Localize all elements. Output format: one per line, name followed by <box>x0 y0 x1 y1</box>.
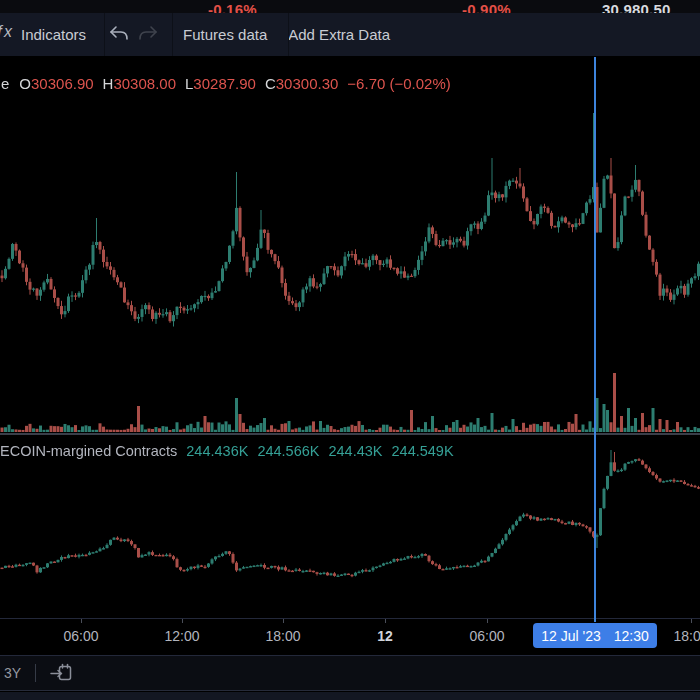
time-axis-tick <box>691 619 692 623</box>
indicators-label: Indicators <box>21 26 86 43</box>
indicators-button[interactable]: Indicators <box>21 26 86 43</box>
open-interest-value: 244.566K <box>257 443 319 459</box>
trading-chart-window: -0.16%-0.90%30,980.50 ƒx Indicators Futu… <box>0 0 700 700</box>
toolbar-separator <box>288 13 289 56</box>
high-label: H <box>103 75 114 92</box>
open-interest-values: 244.436K244.566K244.43K244.549K <box>177 443 453 459</box>
time-axis-tick <box>283 619 284 623</box>
time-axis[interactable]: 12 Jul '23 12:30 06:0012:0018:001206:001… <box>0 618 700 656</box>
add-extra-data-label: Add Extra Data <box>288 26 390 43</box>
high-value: 30308.00 <box>113 75 176 92</box>
close-label: C <box>265 75 276 92</box>
time-axis-tick <box>81 619 82 623</box>
toolbar-separator <box>172 13 173 56</box>
range-3y-button[interactable]: 3Y <box>4 665 21 681</box>
open-interest-title: ECOIN-margined Contracts <box>0 443 177 459</box>
bottom-toolbar: 3Y <box>0 656 700 691</box>
low-value: 30287.90 <box>193 75 256 92</box>
redo-icon[interactable] <box>138 25 159 45</box>
open-interest-legend: ECOIN-margined Contracts244.436K244.566K… <box>0 443 454 459</box>
futures-data-label: Futures data <box>183 26 267 43</box>
add-extra-data-button[interactable]: Add Extra Data <box>288 26 390 43</box>
ticker-strip: -0.16%-0.90%30,980.50 <box>0 0 700 13</box>
time-axis-label: 06:00 <box>469 628 504 644</box>
ticker-value: -0.90% <box>462 1 511 13</box>
time-axis-label: 12:00 <box>164 628 199 644</box>
toolbar-separator <box>104 13 105 56</box>
ohlc-legend: eO30306.90H30308.00L30287.90C30300.30−6.… <box>1 75 451 92</box>
change-value: −6.70 (−0.02%) <box>347 75 450 92</box>
crosshair-vertical-line <box>594 57 596 622</box>
time-axis-label: 18:00 <box>673 628 700 644</box>
time-axis-tick <box>385 619 386 623</box>
calendar-arrow-icon <box>49 662 74 684</box>
open-interest-value: 244.43K <box>328 443 382 459</box>
open-value: 30306.90 <box>31 75 94 92</box>
close-value: 30300.30 <box>276 75 339 92</box>
chart-area: eO30306.90H30308.00L30287.90C30300.30−6.… <box>0 56 700 618</box>
open-interest-value: 244.436K <box>186 443 248 459</box>
open-label: O <box>19 75 31 92</box>
symbol-fragment: e <box>1 75 9 92</box>
time-axis-label: 12 <box>377 628 393 644</box>
time-axis-tick <box>182 619 183 623</box>
go-to-date-button[interactable] <box>49 662 74 684</box>
time-axis-tick <box>487 619 488 623</box>
crosshair-time-label: 12 Jul '23 12:30 <box>533 623 657 648</box>
bottom-strip <box>0 692 700 700</box>
chart-toolbar: ƒx Indicators Futures data Add Extra Dat… <box>0 13 700 56</box>
futures-data-button[interactable]: Futures data <box>183 26 267 43</box>
fx-indicator-icon[interactable]: ƒx <box>0 13 16 56</box>
crosshair-time: 12:30 <box>614 628 649 644</box>
time-axis-label: 18:00 <box>265 628 300 644</box>
undo-icon[interactable] <box>108 25 129 45</box>
time-axis-label: 06:00 <box>63 628 98 644</box>
ticker-value: -0.16% <box>208 1 257 13</box>
bottom-bar-separator <box>35 664 36 682</box>
open-interest-value: 244.549K <box>392 443 454 459</box>
ticker-value: 30,980.50 <box>602 1 671 13</box>
crosshair-date: 12 Jul '23 <box>541 628 601 644</box>
